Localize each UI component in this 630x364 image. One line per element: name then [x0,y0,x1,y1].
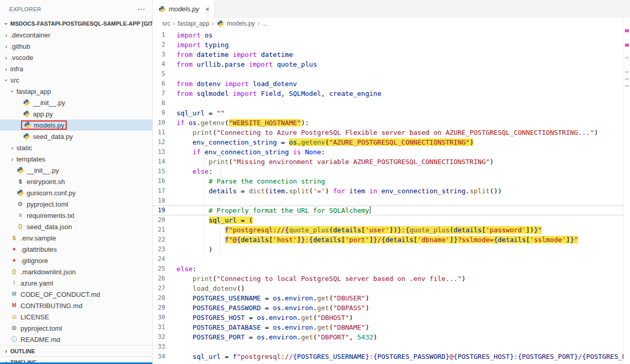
line-number[interactable]: 6 [153,79,176,89]
code-line[interactable]: 26 print("Connecting to local PostgreSQL… [153,274,630,284]
code-editor[interactable]: 1import os2import typing3from datetime i… [153,29,630,364]
folder-infra[interactable]: ›infra [0,63,152,74]
line-number[interactable]: 3 [153,50,176,59]
line-number[interactable]: 23 [153,245,176,254]
line-number[interactable]: 5 [153,69,176,79]
line-number[interactable]: 16 [153,176,176,186]
code-line[interactable]: 29 POSTGRES_PASSWORD = os.environ.get("D… [153,303,630,313]
file-init-py[interactable]: __init__.py [0,97,152,108]
file-license[interactable]: ▤LICENSE [0,311,152,322]
code-line[interactable]: 13 if env_connection_string is None: [153,147,630,157]
code-line[interactable]: 8 [153,98,630,108]
line-number[interactable]: 25 [153,264,176,274]
root-folder[interactable]: › MSDOCS-FASTAPI-POSTGRESQL-SAMPLE-APP [… [0,18,152,29]
breadcrumb-src[interactable]: src [162,20,170,27]
line-number[interactable]: 14 [153,157,176,167]
code-line[interactable]: 23 ) [153,245,630,254]
line-number[interactable]: 19 [153,206,176,215]
more-actions-icon[interactable]: ⋯ [137,5,145,14]
file-gitattributes[interactable]: ◆.gitattributes [0,244,152,255]
folder-static[interactable]: ›static [0,142,152,153]
file-models-py[interactable]: models.py [0,119,152,131]
code-line[interactable]: 24 [153,254,630,264]
file-readme-md[interactable]: ⓘREADME.md [0,334,152,345]
code-line[interactable]: 7from sqlmodel import Field, SQLModel, c… [153,89,630,98]
file-gunicorn-conf-py[interactable]: gunicorn.conf.py [0,187,152,198]
code-line[interactable]: 28 POSTGRES_USERNAME = os.environ.get("D… [153,293,630,303]
file-azure-yaml[interactable]: !azure.yaml [0,277,152,289]
code-line[interactable]: 22 f"@{details['host']}:{details['port']… [153,235,630,245]
code-line[interactable]: 14 print("Missing environment variable A… [153,157,630,167]
line-number[interactable]: 9 [153,108,176,118]
line-number[interactable]: 7 [153,89,176,98]
line-number[interactable]: 11 [153,128,176,137]
code-line[interactable]: 5 [153,69,630,79]
file-contributing-md[interactable]: MCONTRIBUTING.md [0,300,152,311]
file-entrypoint-sh[interactable]: $entrypoint.sh [0,176,152,187]
folder-github[interactable]: ›.github [0,41,152,52]
code-line[interactable]: 20 sql_url = ( [153,215,630,225]
line-number[interactable]: 30 [153,313,176,322]
line-number[interactable]: 33 [153,342,176,352]
code-line[interactable]: 18 [153,196,630,206]
file-code-of-conduct-md[interactable]: MCODE_OF_CONDUCT.md [0,289,152,300]
line-number[interactable]: 4 [153,59,176,69]
file-app-py[interactable]: app.py [0,108,152,119]
line-number[interactable]: 28 [153,293,176,303]
folder-vscode[interactable]: ›.vscode [0,52,152,63]
line-number[interactable]: 29 [153,303,176,313]
folder-devcontainer[interactable]: ›.devcontainer [0,29,152,41]
code-line[interactable]: 31 POSTGRES_DATABASE = os.environ.get("D… [153,322,630,332]
line-number[interactable]: 12 [153,137,176,147]
code-line[interactable]: 21 f"postgresql://{quote_plus(details['u… [153,225,630,235]
file-pyproject-toml[interactable]: ⚙pyproject.toml [0,198,152,210]
folder-templates[interactable]: ›templates [0,153,152,165]
code-line[interactable]: 10if os.getenv("WEBSITE_HOSTNAME"): [153,118,630,128]
code-line[interactable]: 1import os [153,30,630,40]
breadcrumb-fastapi-app[interactable]: fastapi_app [178,20,209,27]
file-seed-data-py[interactable]: seed_data.py [0,131,152,142]
code-line[interactable]: 9sql_url = "" [153,108,630,118]
line-number[interactable]: 2 [153,40,176,50]
tab-models-py[interactable]: models.py × [153,0,215,18]
line-number[interactable]: 31 [153,322,176,332]
file-pyproject-toml[interactable]: ⚙pyproject.toml [0,322,152,334]
breadcrumb-symbols[interactable]: ... [262,20,267,27]
code-line[interactable]: 11 print("Connecting to Azure PostgreSQL… [153,128,630,137]
file-markdownlint-json[interactable]: {}.markdownlint.json [0,266,152,277]
line-number[interactable]: 34 [153,352,176,361]
folder-src[interactable]: ›src [0,74,152,86]
line-number[interactable]: 32 [153,332,176,342]
line-number[interactable]: 27 [153,284,176,293]
line-number[interactable]: 20 [153,215,176,225]
outline-section[interactable]: › OUTLINE [0,345,152,356]
line-number[interactable]: 15 [153,167,176,176]
code-line[interactable]: 3from datetime import datetime [153,50,630,59]
code-line[interactable]: 15 else: [153,167,630,176]
line-number[interactable]: 21 [153,225,176,235]
code-line[interactable]: 32 POSTGRES_PORT = os.environ.get("DBPOR… [153,332,630,342]
code-line[interactable]: 34 sql_url = f"postgresql://{POSTGRES_US… [153,352,630,361]
file-env-sample[interactable]: $.env.sample [0,232,152,244]
line-number[interactable]: 24 [153,254,176,264]
code-line[interactable]: 2import typing [153,40,630,50]
code-line[interactable]: 25else: [153,264,630,274]
line-number[interactable]: 13 [153,147,176,157]
line-number[interactable]: 22 [153,235,176,245]
file-seed-data-json[interactable]: {}seed_data.json [0,221,152,232]
file-init-py[interactable]: __init__.py [0,165,152,176]
file-gitignore[interactable]: ◆.gitignore [0,255,152,266]
close-icon[interactable]: × [205,5,209,13]
code-line[interactable]: 16 # Parse the connection string [153,176,630,186]
line-number[interactable]: 1 [153,30,176,40]
line-number[interactable]: 17 [153,186,176,196]
code-line[interactable]: 12 env_connection_string = os.getenv("AZ… [153,137,630,147]
code-line[interactable]: 19 # Properly format the URL for SQLAlch… [153,206,630,215]
code-line[interactable]: 33 [153,342,630,352]
code-line[interactable]: 27 load_dotenv() [153,284,630,293]
line-number[interactable]: 26 [153,274,176,284]
line-number[interactable]: 8 [153,98,176,108]
line-number[interactable]: 18 [153,196,176,206]
breadcrumb-models-py[interactable]: models.py [227,20,255,27]
file-requirements-txt[interactable]: ≡requirements.txt [0,210,152,221]
